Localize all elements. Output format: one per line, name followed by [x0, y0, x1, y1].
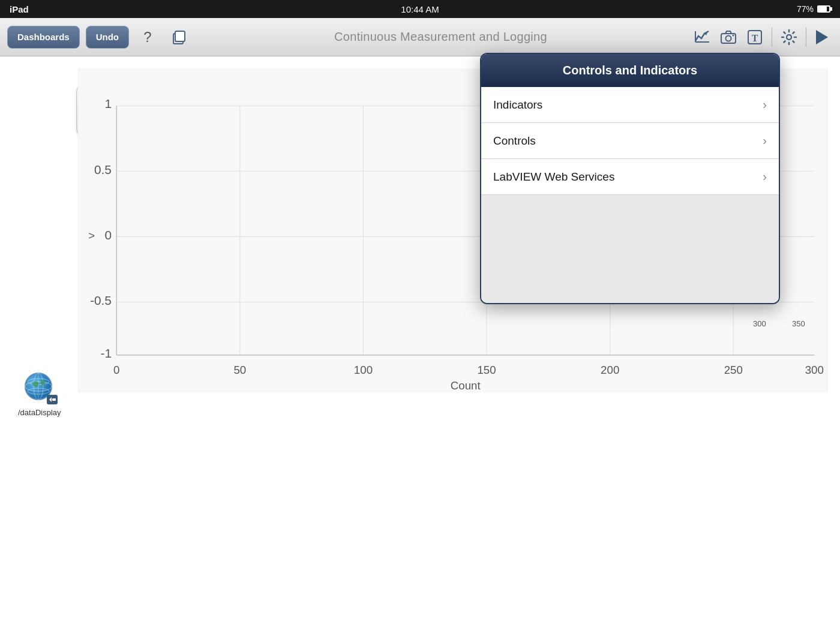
indicators-item[interactable]: Indicators › — [481, 87, 779, 123]
labview-web-services-item[interactable]: LabVIEW Web Services › — [481, 159, 779, 195]
svg-rect-20 — [52, 398, 56, 401]
status-right: 77% — [797, 4, 830, 14]
svg-text:150: 150 — [477, 364, 496, 376]
svg-text:-0.5: -0.5 — [90, 293, 112, 307]
svg-text:100: 100 — [354, 364, 373, 376]
battery-icon — [817, 5, 830, 13]
data-display-label: /dataDisplay — [18, 408, 61, 417]
battery-fill — [818, 7, 827, 11]
controls-item[interactable]: Controls › — [481, 123, 779, 159]
globe-svg — [20, 368, 59, 407]
svg-text:0.5: 0.5 — [94, 163, 112, 176]
svg-text:Count: Count — [451, 379, 481, 392]
text-icon: T — [746, 29, 763, 46]
data-display-icon[interactable]: /dataDisplay — [18, 368, 61, 417]
chart-icon — [694, 29, 710, 46]
toolbar-title: Continuous Measurement and Logging — [197, 30, 684, 44]
toolbar: Dashboards Undo ? Continuous Measurement… — [0, 18, 840, 56]
svg-text:T: T — [752, 33, 758, 43]
chart-icon-button[interactable] — [690, 25, 714, 49]
x-label-350: 350 — [792, 319, 805, 328]
panel-title: Controls and Indicators — [493, 64, 767, 77]
svg-text:0: 0 — [113, 364, 119, 376]
svg-text:>: > — [88, 229, 95, 242]
svg-text:300: 300 — [805, 364, 824, 376]
play-triangle-icon — [816, 30, 828, 44]
indicators-label: Indicators — [493, 98, 542, 112]
controls-label: Controls — [493, 134, 536, 148]
svg-text:200: 200 — [601, 364, 619, 376]
labview-web-services-label: LabVIEW Web Services — [493, 170, 614, 184]
panel-header: Controls and Indicators — [481, 54, 779, 87]
settings-button[interactable] — [777, 25, 801, 49]
panel-empty-area — [481, 195, 779, 303]
indicators-chevron-icon: › — [763, 98, 767, 112]
settings-icon — [781, 29, 797, 46]
copy-icon — [170, 29, 187, 46]
svg-text:50: 50 — [233, 364, 246, 376]
svg-point-6 — [726, 35, 731, 41]
toolbar-separator-2 — [806, 28, 806, 47]
svg-text:250: 250 — [724, 364, 743, 376]
device-name: iPad — [10, 4, 29, 14]
svg-text:1: 1 — [104, 97, 112, 110]
camera-button[interactable] — [716, 25, 740, 49]
svg-point-7 — [733, 34, 734, 36]
play-button[interactable] — [811, 26, 833, 48]
controls-and-indicators-panel: Controls and Indicators Indicators › Con… — [480, 53, 780, 304]
controls-chevron-icon: › — [763, 134, 767, 148]
status-bar: iPad 10:44 AM 77% — [0, 0, 840, 18]
copy-button[interactable] — [166, 25, 191, 50]
undo-button[interactable]: Undo — [86, 26, 129, 49]
camera-icon — [720, 29, 737, 46]
dashboards-button[interactable]: Dashboards — [7, 26, 80, 49]
svg-point-11 — [787, 35, 791, 40]
labview-chevron-icon: › — [763, 170, 767, 184]
help-icon: ? — [143, 29, 151, 46]
svg-rect-1 — [175, 31, 185, 41]
toolbar-right-icons: T — [690, 25, 833, 49]
toolbar-separator — [772, 28, 772, 47]
text-button[interactable]: T — [743, 25, 767, 49]
x-label-300: 300 — [753, 319, 766, 328]
svg-text:0: 0 — [104, 228, 112, 242]
battery-percentage: 77% — [797, 4, 814, 14]
time-display: 10:44 AM — [401, 4, 439, 14]
svg-text:-1: -1 — [100, 346, 111, 360]
help-button[interactable]: ? — [135, 25, 160, 50]
